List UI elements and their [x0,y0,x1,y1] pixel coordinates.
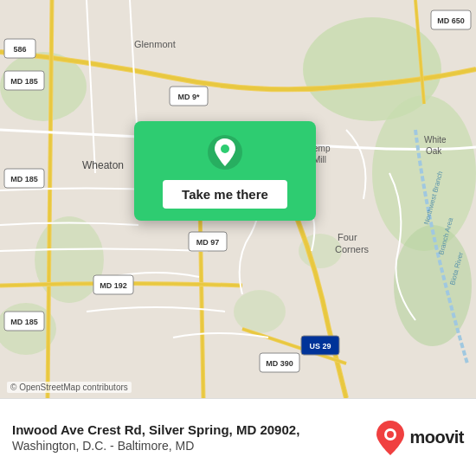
svg-point-43 [387,431,394,438]
osm-credit: © OpenStreetMap contributors [7,382,132,393]
svg-text:MD 9*: MD 9* [177,93,200,101]
address-line2: Washington, D.C. - Baltimore, MD [12,438,366,453]
address-block: Inwood Ave Crest Rd, Silver Spring, MD 2… [12,421,366,454]
svg-text:MD 97: MD 97 [196,238,220,247]
svg-text:Wheaton: Wheaton [82,159,124,171]
svg-text:586: 586 [13,45,26,54]
location-pin-icon [206,133,244,171]
moovit-pin-icon [376,421,404,455]
map-container: MD 185 MD 185 MD 185 586 MD 97 MD 192 US… [0,0,476,398]
popup-card: Take me there [134,121,316,221]
svg-text:MD 185: MD 185 [10,77,38,86]
svg-point-41 [221,145,229,153]
address-line1: Inwood Ave Crest Rd, Silver Spring, MD 2… [12,421,366,439]
svg-point-8 [394,225,472,346]
svg-text:Oak: Oak [426,146,442,156]
svg-text:Corners: Corners [335,244,370,254]
svg-text:MD 185: MD 185 [10,318,38,326]
svg-text:Glenmont: Glenmont [134,39,176,49]
svg-text:US 29: US 29 [309,342,331,351]
svg-text:MD 185: MD 185 [10,175,38,183]
moovit-logo: moovit [376,421,464,455]
svg-text:MD 650: MD 650 [437,16,465,25]
svg-text:White: White [424,135,447,145]
svg-point-6 [234,290,286,333]
svg-text:MD 390: MD 390 [266,359,293,368]
svg-text:MD 192: MD 192 [100,281,127,290]
bottom-bar: Inwood Ave Crest Rd, Silver Spring, MD 2… [0,398,476,476]
moovit-logo-text: moovit [409,428,464,447]
take-me-there-button[interactable]: Take me there [163,180,287,209]
svg-text:Four: Four [338,232,357,242]
